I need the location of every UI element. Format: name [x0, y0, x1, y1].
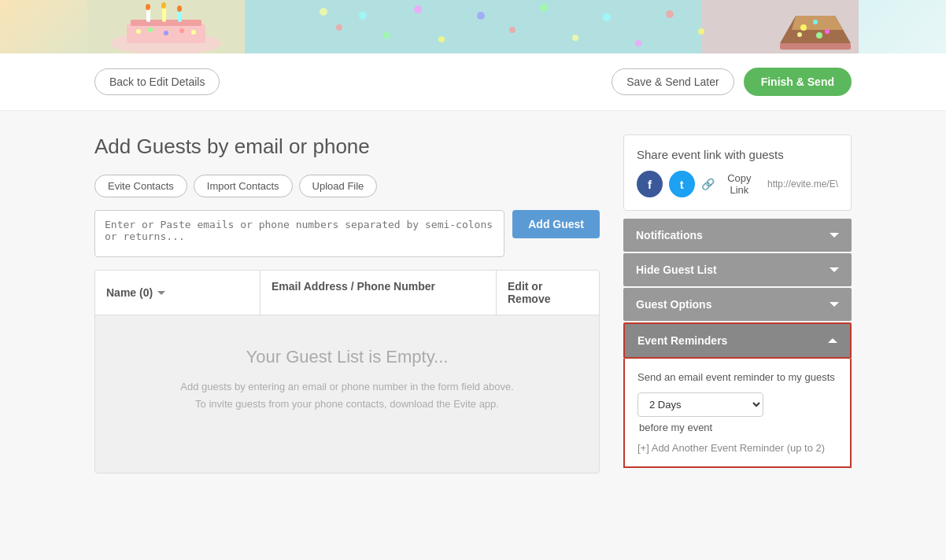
- facebook-share-button[interactable]: f: [637, 171, 663, 197]
- empty-description: Add guests by entering an email or phone…: [111, 378, 583, 413]
- svg-point-11: [177, 6, 182, 12]
- svg-point-38: [698, 28, 704, 35]
- svg-point-14: [164, 31, 168, 35]
- svg-point-22: [825, 29, 830, 34]
- svg-point-33: [540, 4, 548, 12]
- contact-buttons: Evite Contacts Import Contacts Upload Fi…: [94, 175, 600, 197]
- svg-point-26: [336, 24, 342, 31]
- twitter-share-button[interactable]: t: [669, 171, 695, 197]
- svg-point-16: [191, 30, 196, 35]
- finish-send-button[interactable]: Finish & Send: [744, 68, 852, 96]
- hide-guest-list-chevron-icon: [830, 267, 839, 272]
- svg-rect-19: [780, 43, 851, 50]
- banner-decoration: [87, 0, 859, 53]
- notifications-accordion[interactable]: Notifications: [623, 219, 852, 252]
- notifications-label: Notifications: [636, 229, 703, 241]
- svg-rect-5: [131, 20, 201, 26]
- table-column-name[interactable]: Name (0): [95, 271, 261, 315]
- banner-svg: [87, 0, 859, 53]
- svg-point-31: [477, 12, 485, 20]
- add-guest-button[interactable]: Add Guest: [512, 210, 600, 238]
- svg-point-9: [146, 4, 150, 10]
- svg-point-25: [320, 8, 327, 16]
- svg-point-34: [572, 35, 578, 41]
- reminders-panel: Send an email event reminder to my guest…: [623, 359, 852, 468]
- copy-link-button[interactable]: 🔗 Copy Link: [701, 172, 761, 196]
- svg-point-23: [797, 32, 802, 37]
- email-input[interactable]: [94, 210, 504, 257]
- page-title: Add Guests by email or phone: [94, 134, 600, 159]
- guest-options-chevron-icon: [830, 302, 839, 307]
- svg-point-20: [800, 24, 807, 31]
- notifications-chevron-icon: [830, 233, 839, 238]
- table-column-email: Email Address / Phone Number: [261, 271, 497, 315]
- svg-point-35: [603, 13, 611, 21]
- share-actions: f t 🔗 Copy Link http://evite.me/E\: [637, 171, 838, 197]
- share-card: Share event link with guests f t 🔗 Copy …: [623, 134, 852, 211]
- empty-title: Your Guest List is Empty...: [111, 347, 583, 367]
- event-reminders-chevron-icon: [828, 338, 837, 343]
- svg-point-32: [509, 27, 515, 33]
- svg-point-29: [414, 6, 422, 13]
- svg-rect-7: [162, 6, 166, 22]
- before-event-text: before my event: [637, 422, 837, 433]
- guest-options-label: Guest Options: [636, 298, 711, 311]
- event-reminders-accordion[interactable]: Event Reminders: [623, 322, 852, 359]
- svg-point-15: [179, 28, 184, 33]
- table-column-edit: Edit or Remove: [497, 271, 599, 315]
- save-send-later-button[interactable]: Save & Send Later: [612, 68, 734, 95]
- table-empty-state: Your Guest List is Empty... Add guests b…: [95, 315, 599, 473]
- copy-link-icon: 🔗: [701, 178, 715, 190]
- event-reminders-label: Event Reminders: [637, 334, 727, 347]
- empty-line2: To invite guests from your phone contact…: [195, 398, 499, 410]
- svg-point-13: [148, 28, 153, 32]
- svg-point-28: [383, 32, 390, 39]
- import-contacts-button[interactable]: Import Contacts: [194, 175, 293, 197]
- hide-guest-list-label: Hide Guest List: [636, 263, 717, 276]
- empty-line1: Add guests by entering an email or phone…: [180, 381, 513, 392]
- table-header: Name (0) Email Address / Phone Number Ed…: [95, 271, 599, 315]
- svg-point-24: [816, 32, 822, 39]
- svg-point-10: [161, 2, 166, 9]
- name-sort-icon: [157, 291, 165, 295]
- guest-options-accordion[interactable]: Guest Options: [623, 288, 852, 321]
- reminders-description: Send an email event reminder to my guest…: [637, 371, 837, 383]
- add-reminder-link[interactable]: [+] Add Another Event Reminder (up to 2): [637, 442, 825, 454]
- toolbar: Back to Edit Details Save & Send Later F…: [0, 53, 946, 111]
- svg-point-36: [635, 40, 641, 46]
- event-banner: [0, 0, 946, 53]
- upload-file-button[interactable]: Upload File: [299, 175, 378, 197]
- svg-point-12: [136, 29, 141, 34]
- reminder-days-select[interactable]: 1 Day 2 Days 3 Days 1 Week: [637, 392, 763, 417]
- left-panel: Add Guests by email or phone Evite Conta…: [94, 134, 600, 543]
- svg-point-21: [813, 20, 818, 24]
- right-panel: Share event link with guests f t 🔗 Copy …: [623, 134, 852, 543]
- hide-guest-list-accordion[interactable]: Hide Guest List: [623, 253, 852, 286]
- svg-point-37: [666, 10, 674, 18]
- toolbar-right: Save & Send Later Finish & Send: [612, 68, 852, 96]
- email-input-row: Add Guest: [94, 210, 600, 257]
- evite-contacts-button[interactable]: Evite Contacts: [94, 175, 187, 197]
- back-to-edit-button[interactable]: Back to Edit Details: [94, 68, 220, 95]
- share-card-title: Share event link with guests: [637, 148, 838, 161]
- share-link-url: http://evite.me/E\: [767, 179, 838, 190]
- svg-point-30: [438, 36, 445, 42]
- column-name-label: Name (0): [106, 286, 153, 299]
- main-content: Add Guests by email or phone Evite Conta…: [0, 111, 946, 560]
- svg-point-27: [359, 12, 367, 20]
- copy-link-label: Copy Link: [718, 172, 761, 196]
- guest-table: Name (0) Email Address / Phone Number Ed…: [94, 270, 600, 473]
- reminder-select-row: 1 Day 2 Days 3 Days 1 Week: [637, 392, 837, 417]
